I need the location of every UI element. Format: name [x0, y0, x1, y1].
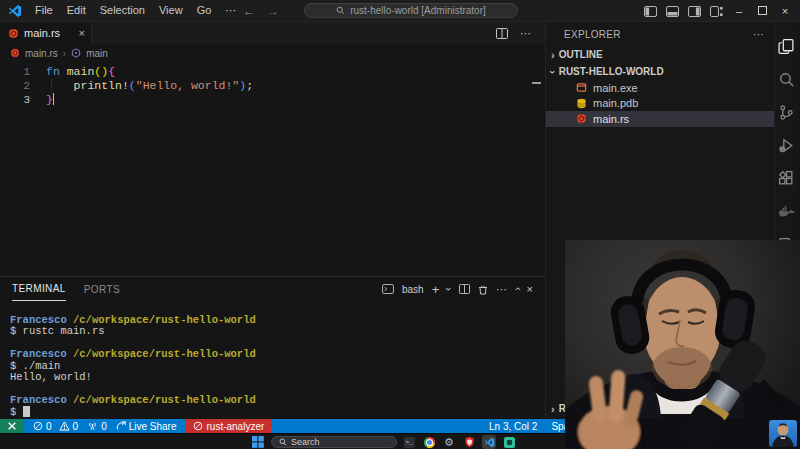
problems-indicator[interactable]: 0 0	[33, 421, 78, 432]
stop-circle-icon	[193, 421, 203, 431]
shell-label[interactable]: bash	[402, 284, 424, 295]
menu-view[interactable]: View	[152, 4, 190, 16]
file-row-main-pdb[interactable]: main.pdb	[546, 96, 774, 112]
search-icon	[279, 438, 287, 446]
section-outline[interactable]: › OUTLINE	[546, 46, 774, 63]
breadcrumb: main.rs › main	[0, 44, 545, 62]
vscode-window: FileEditSelectionViewGo⋯ ← → rust-hello-…	[0, 0, 800, 449]
customize-layout-icon[interactable]	[710, 6, 723, 17]
terminal-cursor	[23, 406, 30, 417]
pdb-file-icon	[576, 98, 587, 109]
terminal-dropdown-icon[interactable]: ›	[443, 287, 455, 291]
taskbar-search[interactable]: Search	[271, 436, 397, 448]
code-text: println!("Hello, world!");	[30, 79, 253, 93]
split-editor-icon[interactable]	[496, 28, 508, 39]
vscode-logo-icon	[8, 4, 22, 18]
search-icon	[336, 6, 345, 15]
ports-indicator[interactable]: 0	[87, 421, 107, 432]
activity-docker-icon[interactable]	[775, 195, 798, 228]
kill-terminal-icon[interactable]	[478, 284, 488, 295]
back-arrow-icon[interactable]: ←	[243, 4, 255, 18]
rust-file-icon	[10, 48, 20, 58]
webcam-pip-thumbnail[interactable]	[769, 420, 797, 447]
code-editor[interactable]: 1fn main(){2 println!("Hello, world!");3…	[0, 62, 545, 276]
symbol-function-icon	[71, 48, 81, 58]
taskbar-recorder-icon[interactable]	[502, 435, 516, 449]
activity-search-icon[interactable]	[775, 63, 798, 96]
toggle-panel-icon[interactable]	[666, 6, 679, 17]
exe-file-icon	[576, 82, 587, 93]
new-terminal-icon[interactable]: +	[432, 282, 440, 297]
breadcrumb-file[interactable]: main.rs	[25, 48, 58, 59]
toggle-sidebar-icon[interactable]	[644, 6, 657, 17]
code-text: fn main(){	[30, 65, 115, 79]
line-number[interactable]: 1	[0, 65, 30, 79]
taskbar-terminal-icon[interactable]: >_	[402, 435, 416, 449]
breadcrumb-separator: ›	[63, 48, 66, 59]
activity-run-debug-icon[interactable]	[775, 129, 798, 162]
maximize-panel-icon[interactable]: ›	[511, 287, 523, 291]
activity-source-control-icon[interactable]	[775, 96, 798, 129]
tab-main-rs[interactable]: main.rs ×	[0, 22, 92, 44]
line-number[interactable]: 2	[0, 79, 30, 93]
line-number[interactable]: 3	[0, 93, 30, 107]
minimize-button[interactable]: –	[732, 5, 746, 17]
rust-analyzer-label: rust-analyzer	[207, 421, 265, 432]
rust-file-icon	[8, 28, 19, 39]
close-panel-icon[interactable]: ×	[527, 283, 533, 295]
taskbar-vscode-icon[interactable]	[482, 435, 496, 449]
forward-arrow-icon[interactable]: →	[267, 4, 279, 18]
cursor-position[interactable]: Ln 3, Col 2	[489, 421, 537, 432]
maximize-button[interactable]	[755, 5, 769, 17]
activity-explorer-icon[interactable]	[775, 30, 798, 63]
command-center-search[interactable]: rust-hello-world [Administrator]	[304, 3, 518, 18]
menu-selection[interactable]: Selection	[93, 4, 152, 16]
outline-label: OUTLINE	[559, 49, 603, 60]
code-line: 1fn main(){	[0, 65, 545, 79]
tab-close-icon[interactable]: ×	[79, 27, 85, 39]
breadcrumb-symbol[interactable]: main	[86, 48, 108, 59]
terminal-line: Hello, world!	[10, 372, 545, 383]
file-name: main.rs	[593, 113, 629, 125]
file-row-main-rs[interactable]: main.rs	[546, 111, 774, 127]
tab-ports[interactable]: PORTS	[84, 277, 120, 301]
panel-header: TERMINAL PORTS bash + › ⋯ › ×	[0, 277, 545, 301]
activity-extensions-icon[interactable]	[775, 162, 798, 195]
explorer-header: EXPLORER ⋯	[546, 22, 774, 46]
file-name: main.pdb	[593, 97, 638, 109]
taskbar-chrome-icon[interactable]	[422, 435, 436, 449]
terminal-content[interactable]: Francesco /c/workspace/rust-hello-world$…	[0, 301, 545, 419]
warning-icon	[59, 421, 70, 431]
menu-file[interactable]: File	[28, 4, 60, 16]
remote-indicator[interactable]	[0, 419, 24, 433]
live-share-icon	[116, 421, 126, 431]
terminal-line: Francesco /c/workspace/rust-hello-world	[10, 395, 545, 406]
menu-more[interactable]: ⋯	[218, 4, 243, 16]
tab-terminal[interactable]: TERMINAL	[12, 277, 66, 301]
close-button[interactable]: ×	[778, 5, 792, 17]
tab-bar: main.rs × ⋯	[0, 22, 545, 44]
live-share-button[interactable]: Live Share	[116, 421, 177, 432]
start-button[interactable]	[252, 436, 264, 448]
file-row-main-exe[interactable]: main.exe	[546, 80, 774, 96]
editor-cursor	[53, 93, 55, 105]
editor-group: main.rs × ⋯ main.rs › main 1fn main(){2 …	[0, 22, 545, 419]
code-line: 3}	[0, 93, 545, 107]
menu-go[interactable]: Go	[190, 4, 219, 16]
split-terminal-icon[interactable]	[459, 284, 470, 294]
taskbar-settings-icon[interactable]: ⚙	[442, 435, 456, 449]
menu-edit[interactable]: Edit	[60, 4, 93, 16]
tab-label: main.rs	[24, 27, 74, 39]
more-actions-icon[interactable]: ⋯	[520, 27, 531, 40]
panel-more-icon[interactable]: ⋯	[496, 283, 507, 296]
terminal-line: $ rustc main.rs	[10, 326, 545, 337]
toggle-secondary-sidebar-icon[interactable]	[688, 6, 701, 17]
terminal-actions: bash + › ⋯ › ×	[382, 282, 533, 297]
rust-analyzer-status[interactable]: rust-analyzer	[185, 419, 273, 433]
chevron-right-icon: ›	[551, 403, 555, 415]
taskbar-security-icon[interactable]	[462, 435, 476, 449]
overview-ruler-marker	[532, 82, 541, 84]
explorer-more-icon[interactable]: ⋯	[753, 28, 764, 41]
title-bar: FileEditSelectionViewGo⋯ ← → rust-hello-…	[0, 0, 800, 22]
section-folder[interactable]: › RUST-HELLO-WORLD	[546, 63, 774, 80]
